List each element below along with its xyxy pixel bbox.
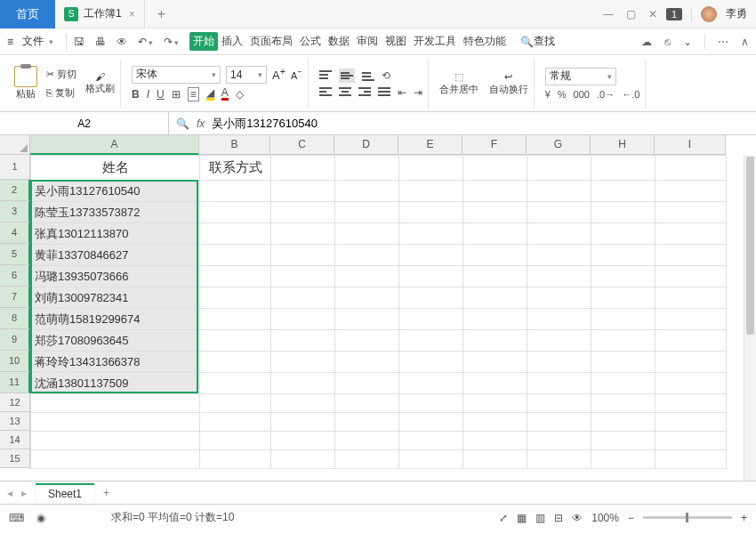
zoom-slider[interactable] — [643, 516, 732, 519]
cell-G8[interactable] — [527, 309, 591, 330]
cell-I7[interactable] — [655, 287, 727, 309]
cell-B2[interactable] — [200, 181, 271, 202]
expand-icon[interactable]: ∧ — [741, 36, 749, 48]
reading-layout-icon[interactable]: ⤢ — [499, 512, 508, 524]
cell-D8[interactable] — [335, 309, 399, 330]
cell-B4[interactable] — [200, 223, 271, 245]
cell-C12[interactable] — [271, 394, 335, 413]
more-icon[interactable]: ⋯ — [718, 36, 728, 48]
col-header-F[interactable]: F — [462, 135, 527, 155]
print-icon[interactable]: 🖶 — [95, 36, 106, 48]
select-all-corner[interactable] — [0, 135, 30, 155]
cell-G5[interactable] — [527, 245, 591, 266]
ribbon-tab-4[interactable]: 数据 — [325, 32, 353, 51]
row-header-9[interactable]: 9 — [0, 329, 30, 351]
cell-H7[interactable] — [591, 287, 655, 309]
cell-G2[interactable] — [527, 181, 591, 202]
row-header-8[interactable]: 8 — [0, 308, 30, 329]
col-header-E[interactable]: E — [398, 135, 462, 155]
app-menu-icon[interactable]: ≡ — [7, 36, 13, 48]
cell-A13[interactable] — [31, 413, 200, 432]
row-header-3[interactable]: 3 — [0, 201, 30, 222]
cell-F15[interactable] — [463, 450, 527, 469]
cell-D3[interactable] — [335, 202, 399, 223]
collapse-ribbon-icon[interactable]: ⌄ — [683, 36, 692, 48]
col-header-C[interactable]: C — [270, 135, 334, 155]
cell-E5[interactable] — [399, 245, 463, 266]
cell-C11[interactable] — [271, 373, 335, 394]
cell-B6[interactable] — [200, 266, 271, 287]
formula-input[interactable] — [212, 117, 749, 130]
cell-A10[interactable]: 蒋玲玲13431366378 — [31, 352, 200, 373]
cell-C1[interactable] — [271, 156, 335, 181]
align-bottom-icon[interactable] — [362, 70, 374, 81]
italic-icon[interactable]: I — [147, 88, 149, 101]
cell-B3[interactable] — [200, 202, 271, 223]
cell-D15[interactable] — [335, 450, 399, 469]
font-size-combo[interactable]: 14 — [226, 66, 267, 84]
cell-A14[interactable] — [31, 432, 200, 450]
row-header-14[interactable]: 14 — [0, 431, 30, 449]
cell-G6[interactable] — [527, 266, 591, 287]
paste-button[interactable]: 粘贴 — [14, 66, 37, 101]
decrease-font-icon[interactable]: A− — [291, 68, 302, 81]
cell-I5[interactable] — [655, 245, 727, 266]
cell-H4[interactable] — [591, 223, 655, 245]
row-header-15[interactable]: 15 — [0, 449, 30, 468]
fill-color-icon[interactable]: ◢ — [206, 87, 214, 101]
cell-H8[interactable] — [591, 309, 655, 330]
cell-A5[interactable]: 黄菲13370846627 — [31, 245, 200, 266]
file-menu[interactable]: 文件 — [17, 32, 59, 51]
justify-icon[interactable] — [378, 87, 390, 98]
cell-E9[interactable] — [399, 330, 463, 352]
cell-F7[interactable] — [463, 287, 527, 309]
cell-G11[interactable] — [527, 373, 591, 394]
cell-I11[interactable] — [655, 373, 727, 394]
cell-A2[interactable]: 吴小雨13127610540 — [31, 181, 200, 202]
tab-workbook[interactable]: S 工作簿1 × — [55, 0, 145, 28]
cell-D9[interactable] — [335, 330, 399, 352]
font-name-combo[interactable]: 宋体 — [132, 66, 221, 84]
cell-D1[interactable] — [335, 156, 399, 181]
decrease-indent-icon[interactable]: ⇤ — [398, 86, 406, 99]
cell-D12[interactable] — [335, 394, 399, 413]
ribbon-tab-0[interactable]: 开始 — [189, 32, 218, 51]
sheet-nav-first-icon[interactable]: ◂ — [7, 487, 12, 499]
cell-A4[interactable]: 张真13012113870 — [31, 223, 200, 245]
ribbon-tab-1[interactable]: 插入 — [218, 32, 246, 51]
vertical-scrollbar[interactable] — [744, 155, 756, 481]
cell-G15[interactable] — [527, 450, 591, 469]
cell-D11[interactable] — [335, 373, 399, 394]
increase-decimal-icon[interactable]: .0→ — [597, 89, 615, 100]
bold-icon[interactable]: B — [132, 88, 140, 101]
col-header-I[interactable]: I — [655, 135, 726, 155]
percent-icon[interactable]: % — [558, 89, 567, 100]
cell-E12[interactable] — [399, 394, 463, 413]
font-color-icon[interactable]: A — [221, 87, 229, 101]
merge-center-button[interactable]: ⬚ 合并居中 — [439, 71, 479, 96]
cell-I6[interactable] — [655, 266, 727, 287]
cell-A7[interactable]: 刘萌13009782341 — [31, 287, 200, 309]
cell-E6[interactable] — [399, 266, 463, 287]
cell-H3[interactable] — [591, 202, 655, 223]
fx-icon[interactable]: fx — [197, 117, 205, 130]
align-left-icon[interactable] — [319, 87, 332, 98]
row-header-6[interactable]: 6 — [0, 265, 30, 287]
cell-D14[interactable] — [335, 432, 399, 450]
cell-H14[interactable] — [591, 432, 655, 450]
print-preview-icon[interactable]: 👁 — [117, 36, 127, 48]
cell-C10[interactable] — [271, 352, 335, 373]
number-format-combo[interactable]: 常规 — [545, 68, 616, 85]
format-painter-button[interactable]: 🖌 格式刷 — [85, 71, 115, 95]
cell-G3[interactable] — [527, 202, 591, 223]
save-icon[interactable]: 🖫 — [74, 36, 84, 48]
cell-F10[interactable] — [463, 352, 527, 373]
cell-C4[interactable] — [271, 223, 335, 245]
cell-G10[interactable] — [527, 352, 591, 373]
cell-H10[interactable] — [591, 352, 655, 373]
cell-I12[interactable] — [655, 394, 727, 413]
thousands-icon[interactable]: 000 — [574, 89, 590, 100]
cell-G9[interactable] — [527, 330, 591, 352]
cell-C3[interactable] — [271, 202, 335, 223]
notification-badge[interactable]: 1 — [666, 8, 682, 20]
